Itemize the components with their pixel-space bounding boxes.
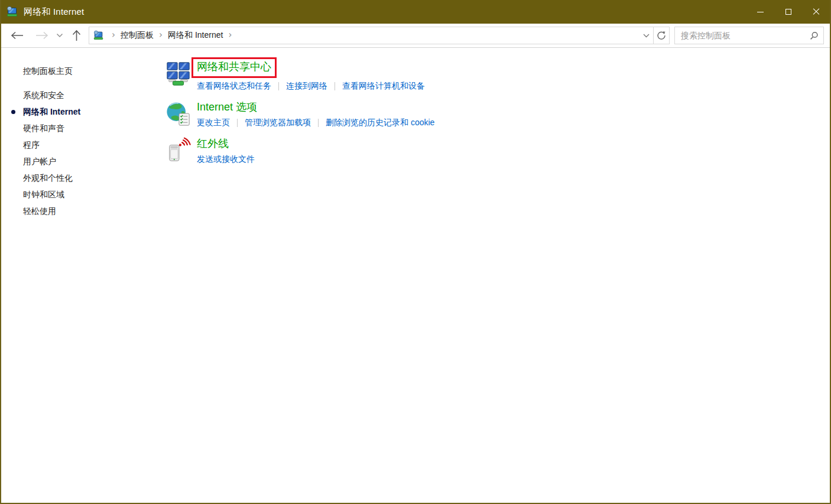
active-item-bullet-icon — [11, 110, 15, 114]
sidebar: 控制面板主页 系统和安全 网络和 Internet 硬件和声音 程序 用户帐户 … — [1, 48, 156, 503]
forward-button[interactable] — [33, 31, 51, 40]
section-title-link[interactable]: 红外线 — [197, 136, 229, 151]
sidebar-item-user-accounts[interactable]: 用户帐户 — [23, 153, 156, 170]
window-controls — [746, 0, 830, 24]
section-links: 更改主页 管理浏览器加载项 删除浏览的历史记录和 cookie — [197, 118, 434, 128]
internet-options-icon[interactable] — [165, 100, 191, 128]
breadcrumb-location-icon — [93, 30, 104, 41]
sidebar-item-network-internet[interactable]: 网络和 Internet — [23, 103, 156, 120]
infrared-icon[interactable] — [165, 137, 191, 164]
address-dropdown-button[interactable] — [639, 27, 653, 44]
address-bar[interactable]: › 控制面板 › 网络和 Internet › — [89, 27, 654, 44]
sidebar-item-label: 网络和 Internet — [23, 107, 80, 116]
search-icon[interactable] — [810, 31, 819, 40]
sidebar-item-ease-of-access[interactable]: 轻松使用 — [23, 203, 156, 219]
network-sharing-center-icon[interactable] — [165, 60, 191, 87]
link-separator — [335, 82, 335, 90]
task-link[interactable]: 更改主页 — [197, 118, 230, 128]
network-internet-app-icon — [7, 6, 18, 18]
section-body: 红外线 发送或接收文件 — [197, 136, 255, 165]
minimize-icon — [757, 12, 764, 12]
section-links: 查看网络状态和任务 连接到网络 查看网络计算机和设备 — [197, 81, 425, 92]
link-separator — [237, 119, 238, 127]
section-title-link[interactable]: Internet 选项 — [197, 100, 257, 115]
back-arrow-icon — [10, 31, 24, 40]
task-link[interactable]: 查看网络计算机和设备 — [342, 81, 425, 92]
navigation-toolbar: › 控制面板 › 网络和 Internet › — [1, 24, 830, 48]
recent-locations-button[interactable] — [53, 33, 66, 38]
chevron-down-icon — [56, 33, 63, 38]
minimize-button[interactable] — [746, 0, 774, 24]
refresh-icon — [657, 31, 666, 40]
section-body: Internet 选项 更改主页 管理浏览器加载项 删除浏览的历史记录和 coo… — [197, 100, 434, 128]
sidebar-item-control-panel-home[interactable]: 控制面板主页 — [23, 63, 156, 79]
task-link[interactable]: 发送或接收文件 — [197, 154, 255, 165]
section-body: 网络和共享中心 查看网络状态和任务 连接到网络 查看网络计算机和设备 — [197, 60, 425, 92]
maximize-button[interactable] — [774, 0, 802, 24]
sidebar-item-programs[interactable]: 程序 — [23, 136, 156, 153]
chevron-down-icon — [643, 34, 650, 38]
section-internet-options: Internet 选项 更改主页 管理浏览器加载项 删除浏览的历史记录和 coo… — [165, 100, 830, 128]
maximize-icon — [785, 9, 791, 15]
breadcrumb-chevron-icon[interactable]: › — [154, 30, 168, 40]
back-button[interactable] — [8, 31, 26, 40]
window-body: 控制面板主页 系统和安全 网络和 Internet 硬件和声音 程序 用户帐户 … — [1, 48, 830, 503]
search-input[interactable] — [681, 31, 810, 40]
window-title: 网络和 Internet — [24, 6, 84, 18]
section-infrared: 红外线 发送或接收文件 — [165, 136, 830, 165]
sidebar-item-clock-region[interactable]: 时钟和区域 — [23, 186, 156, 203]
sidebar-item-system-security[interactable]: 系统和安全 — [23, 87, 156, 103]
section-network-sharing-center: 网络和共享中心 查看网络状态和任务 连接到网络 查看网络计算机和设备 — [165, 60, 830, 92]
task-link[interactable]: 连接到网络 — [286, 81, 327, 92]
content-area: 网络和共享中心 查看网络状态和任务 连接到网络 查看网络计算机和设备 — [156, 48, 830, 503]
link-separator — [318, 119, 319, 127]
link-separator — [278, 82, 279, 90]
breadcrumb-chevron-icon[interactable]: › — [223, 30, 237, 40]
task-link[interactable]: 查看网络状态和任务 — [197, 81, 271, 92]
refresh-button[interactable] — [654, 27, 670, 44]
sidebar-item-hardware-sound[interactable]: 硬件和声音 — [23, 120, 156, 136]
close-icon — [813, 8, 820, 15]
up-arrow-icon — [72, 30, 81, 41]
breadcrumb-item-control-panel[interactable]: 控制面板 — [121, 30, 154, 41]
sidebar-item-appearance-personalization[interactable]: 外观和个性化 — [23, 170, 156, 186]
close-button[interactable] — [802, 0, 830, 24]
task-link[interactable]: 管理浏览器加载项 — [245, 118, 311, 128]
section-title-link[interactable]: 网络和共享中心 — [197, 60, 271, 74]
control-panel-window: 网络和 Internet — [0, 0, 831, 504]
titlebar: 网络和 Internet — [1, 0, 830, 24]
breadcrumb-item-network-internet[interactable]: 网络和 Internet — [168, 30, 223, 41]
search-box — [674, 27, 824, 44]
section-links: 发送或接收文件 — [197, 154, 255, 165]
task-link[interactable]: 删除浏览的历史记录和 cookie — [326, 118, 434, 128]
forward-arrow-icon — [35, 31, 49, 40]
up-button[interactable] — [67, 30, 85, 41]
red-highlight-box: 网络和共享中心 — [191, 57, 277, 78]
breadcrumb-chevron-icon[interactable]: › — [106, 30, 121, 40]
